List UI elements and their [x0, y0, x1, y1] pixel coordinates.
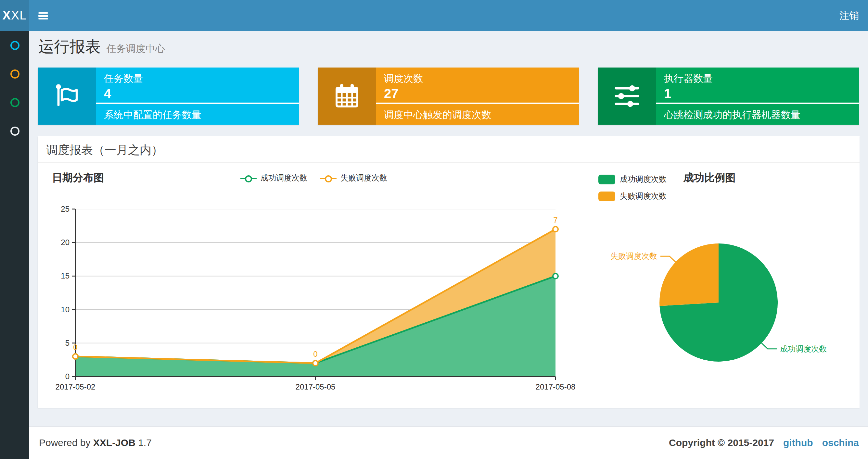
app-window: XXL 注销 运行报表任务调度中心 任务数量 4 系统中配置	[0, 0, 868, 459]
x-tick-label: 2017-05-02	[56, 383, 95, 391]
pie-slice[interactable]	[659, 243, 719, 306]
page-footer: Powered by XXL-JOB 1.7 Copyright © 2015-…	[29, 426, 868, 459]
oschina-link[interactable]: oschina	[822, 437, 859, 448]
info-box-value: 1	[664, 86, 671, 101]
sidebar	[0, 31, 29, 459]
y-tick-label: 0	[65, 372, 69, 381]
hamburger-icon	[38, 12, 48, 13]
pie-slice-label: 失败调度次数	[610, 252, 657, 260]
top-navbar: XXL 注销	[0, 0, 868, 31]
y-tick-label: 10	[61, 305, 69, 314]
point-value-label: 0	[313, 350, 317, 358]
fail-point-marker[interactable]	[313, 361, 318, 366]
logo-rest: XL	[11, 8, 27, 22]
copyright-area: Copyright © 2015-2017githuboschina	[669, 437, 859, 448]
fail-point-marker[interactable]	[553, 227, 558, 232]
y-tick-label: 5	[65, 338, 69, 347]
info-box-jobs: 任务数量 4 系统中配置的任务数量	[38, 67, 299, 125]
info-box-divider	[96, 103, 299, 104]
pie-callout-line	[762, 343, 777, 349]
hamburger-icon	[38, 18, 48, 20]
report-panel: 调度报表（一月之内） 日期分布图 成功调度次数失败调度次数 成功调度次数失败调度…	[38, 136, 860, 408]
charts-canvas[interactable]: 05101520252017-05-022017-05-052017-05-08…	[38, 163, 860, 408]
sidebar-item-4[interactable]	[0, 117, 29, 145]
panel-header: 调度报表（一月之内）	[38, 136, 860, 163]
github-link[interactable]: github	[783, 437, 813, 448]
y-tick-label: 20	[61, 238, 69, 247]
sidebar-item-3[interactable]	[0, 88, 29, 117]
info-box-executors: 执行器数量 1 心跳检测成功的执行器机器数量	[598, 67, 859, 125]
info-box-value: 4	[104, 86, 111, 101]
panel-title: 调度报表（一月之内）	[38, 136, 860, 164]
info-box-title: 执行器数量	[664, 73, 713, 85]
pie-callout-line	[660, 256, 676, 262]
page-subtitle: 任务调度中心	[106, 43, 165, 54]
pie-slice-label: 成功调度次数	[780, 345, 827, 353]
info-box-title: 调度次数	[384, 73, 423, 85]
page-header: 运行报表任务调度中心	[38, 36, 165, 57]
info-box-description: 心跳检测成功的执行器机器数量	[664, 109, 800, 122]
y-tick-label: 15	[61, 271, 69, 280]
circle-outline-icon	[10, 69, 19, 78]
sliders-icon	[598, 67, 656, 125]
info-box-description: 系统中配置的任务数量	[104, 109, 202, 122]
info-box-divider	[376, 103, 579, 104]
sidebar-toggle-button[interactable]	[29, 0, 59, 31]
circle-outline-icon	[10, 127, 19, 136]
panel-body: 日期分布图 成功调度次数失败调度次数 成功调度次数失败调度次数 成功比例图 05…	[38, 163, 860, 408]
app-logo[interactable]: XXL	[0, 0, 29, 31]
point-value-label: 0	[73, 343, 77, 352]
info-box-triggers: 调度次数 27 调度中心触发的调度次数	[318, 67, 579, 125]
logo-bold-letter: X	[3, 8, 11, 22]
circle-outline-icon	[10, 41, 19, 50]
copyright-text: Copyright © 2015-2017	[669, 437, 774, 448]
powered-by-text: Powered by XXL-JOB 1.7	[39, 437, 152, 448]
point-value-label: 7	[553, 216, 557, 224]
x-tick-label: 2017-05-05	[296, 383, 336, 391]
sidebar-item-1[interactable]	[0, 31, 29, 60]
circle-outline-icon	[10, 98, 19, 107]
info-box-description: 调度中心触发的调度次数	[384, 109, 491, 122]
product-name: XXL-JOB	[93, 437, 135, 448]
y-tick-label: 25	[61, 204, 69, 213]
info-box-title: 任务数量	[104, 73, 143, 85]
main-content: 运行报表任务调度中心 任务数量 4 系统中配置的任务数量	[29, 31, 868, 459]
fail-point-marker[interactable]	[73, 354, 78, 359]
x-tick-label: 2017-05-08	[536, 383, 576, 391]
page-title: 运行报表	[38, 38, 101, 55]
sidebar-item-2[interactable]	[0, 60, 29, 88]
hamburger-icon	[38, 15, 48, 17]
success-point-marker[interactable]	[553, 273, 558, 278]
info-box-value: 27	[384, 86, 399, 101]
info-box-divider	[656, 103, 859, 104]
flag-icon	[38, 67, 96, 125]
logout-link[interactable]: 注销	[839, 0, 859, 31]
calendar-icon	[318, 67, 376, 125]
